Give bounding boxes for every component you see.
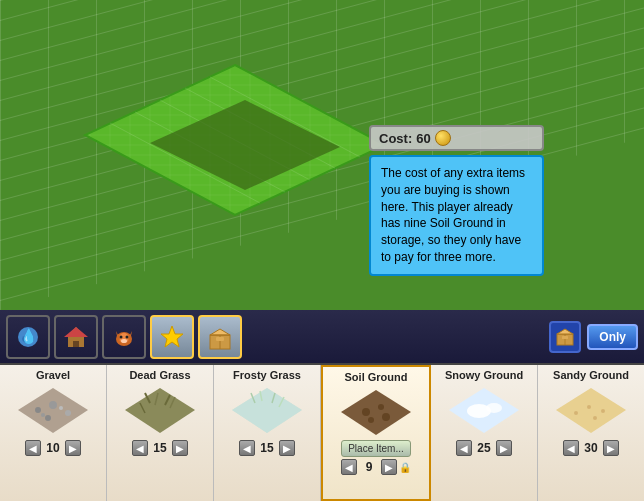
svg-point-64 [593,416,597,420]
count-increase-snowy-ground[interactable]: ▶ [496,440,512,456]
svg-marker-33 [18,388,88,433]
svg-point-63 [601,409,605,413]
count-increase-soil-ground[interactable]: ▶ [381,459,397,475]
filter-only-button[interactable]: Only [587,324,638,350]
cost-label: Cost: [379,131,412,146]
item-card-sandy-ground[interactable]: Sandy Ground ◀ 30 ▶ [538,365,644,501]
count-value-snowy-ground: 25 [474,441,494,455]
svg-rect-28 [216,337,224,341]
count-increase-sandy-ground[interactable]: ▶ [603,440,619,456]
cost-box: Cost: 60 [369,125,544,151]
item-preview-dead-grass [120,383,200,438]
bottom-panel: 💧 [0,310,644,501]
tool-btn-box[interactable] [198,315,242,359]
item-card-gravel[interactable]: Gravel ◀ 10 ▶ [0,365,107,501]
lock-icon: 🔒 [399,462,411,473]
item-preview-frosty-grass [227,383,307,438]
items-row: Gravel ◀ 10 ▶ Dead Grass [0,365,644,501]
count-value-sandy-ground: 30 [581,441,601,455]
item-name-gravel: Gravel [36,369,70,381]
item-preview-gravel [13,383,93,438]
svg-marker-60 [556,388,626,433]
svg-point-56 [368,417,374,423]
item-count-row-dead-grass: ◀ 15 ▶ [132,440,188,456]
item-name-frosty-grass: Frosty Grass [233,369,301,381]
count-increase-gravel[interactable]: ▶ [65,440,81,456]
cost-value: 60 [416,131,430,146]
count-value-gravel: 10 [43,441,63,455]
svg-point-39 [41,413,45,417]
count-decrease-gravel[interactable]: ◀ [25,440,41,456]
item-count-row-snowy-ground: ◀ 25 ▶ [456,440,512,456]
svg-point-35 [49,401,57,409]
item-preview-soil-ground [336,385,416,440]
count-decrease-frosty-grass[interactable]: ◀ [239,440,255,456]
svg-point-22 [121,339,127,343]
item-card-frosty-grass[interactable]: Frosty Grass ◀ 15 ▶ [214,365,321,501]
soil-patch [145,95,345,195]
item-preview-snowy-ground [444,383,524,438]
count-increase-frosty-grass[interactable]: ▶ [279,440,295,456]
svg-point-36 [65,410,71,416]
place-item-button[interactable]: Place Item... [341,440,411,457]
svg-point-21 [126,335,129,338]
svg-point-38 [59,406,63,410]
svg-point-20 [120,335,123,338]
svg-marker-23 [161,326,183,347]
svg-rect-32 [562,336,568,339]
svg-point-53 [362,408,370,416]
tool-btn-fox[interactable] [102,315,146,359]
svg-marker-9 [150,100,340,190]
item-count-row-sandy-ground: ◀ 30 ▶ [563,440,619,456]
svg-marker-47 [232,388,302,433]
svg-point-55 [382,413,390,421]
filter-row: Only [549,321,638,353]
coin-icon [435,130,451,146]
cost-tooltip: Cost: 60 The cost of any extra items you… [369,125,544,276]
svg-point-54 [378,404,384,410]
svg-point-61 [574,411,578,415]
svg-marker-40 [125,388,195,433]
tool-btn-water[interactable]: 💧 [6,315,50,359]
svg-point-59 [486,403,502,413]
count-decrease-soil-ground[interactable]: ◀ [341,459,357,475]
svg-marker-15 [64,327,88,337]
item-name-snowy-ground: Snowy Ground [445,369,523,381]
game-world: Cost: 60 The cost of any extra items you… [0,0,644,310]
toolbar-row: 💧 [0,310,644,365]
count-value-dead-grass: 15 [150,441,170,455]
item-preview-sandy-ground [551,383,631,438]
count-decrease-dead-grass[interactable]: ◀ [132,440,148,456]
count-decrease-sandy-ground[interactable]: ◀ [563,440,579,456]
item-count-row-frosty-grass: ◀ 15 ▶ [239,440,295,456]
item-name-dead-grass: Dead Grass [129,369,190,381]
svg-point-37 [45,415,51,421]
count-decrease-snowy-ground[interactable]: ◀ [456,440,472,456]
svg-marker-30 [557,329,573,334]
item-count-row-gravel: ◀ 10 ▶ [25,440,81,456]
filter-only-label: Only [599,330,626,344]
item-name-soil-ground: Soil Ground [345,371,408,383]
count-value-soil-ground: 9 [359,460,379,474]
svg-marker-52 [341,390,411,435]
svg-rect-14 [73,341,79,347]
info-text: The cost of any extra items you are buyi… [381,166,525,264]
item-card-soil-ground[interactable]: Soil Ground Place Item... ◀ 9 ▶ 🔒 [321,365,431,501]
item-card-snowy-ground[interactable]: Snowy Ground ◀ 25 ▶ [431,365,538,501]
count-increase-dead-grass[interactable]: ▶ [172,440,188,456]
info-box: The cost of any extra items you are buyi… [369,155,544,276]
svg-text:💧: 💧 [20,328,38,345]
tool-btn-star[interactable] [150,315,194,359]
count-value-frosty-grass: 15 [257,441,277,455]
item-card-dead-grass[interactable]: Dead Grass ◀ 15 ▶ [107,365,214,501]
svg-point-62 [587,405,591,409]
svg-point-34 [35,407,41,413]
item-name-sandy-ground: Sandy Ground [553,369,629,381]
tool-btn-house[interactable] [54,315,98,359]
filter-box-icon[interactable] [549,321,581,353]
item-count-row-soil-ground: ◀ 9 ▶ 🔒 [341,459,411,475]
svg-marker-25 [210,329,230,335]
